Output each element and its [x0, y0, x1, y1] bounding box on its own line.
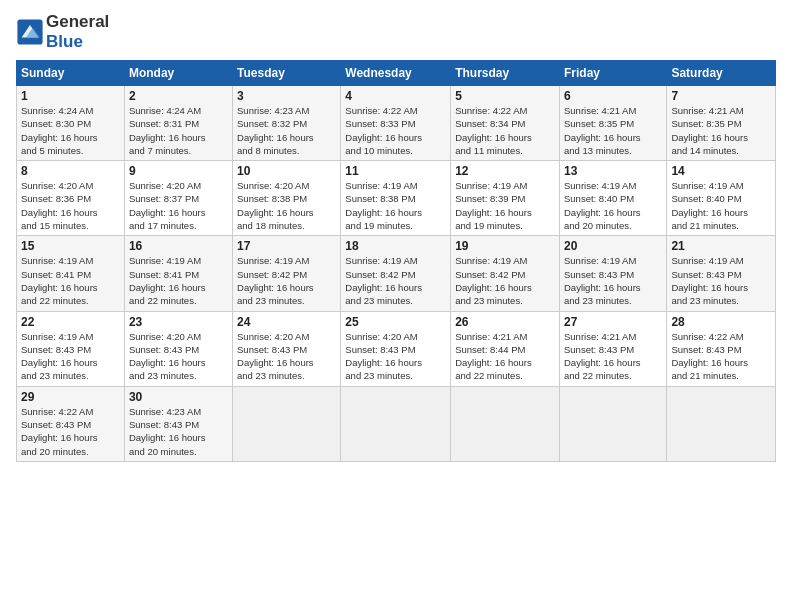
day-number: 3 [237, 89, 336, 103]
day-info: Sunrise: 4:24 AMSunset: 8:30 PMDaylight:… [21, 104, 120, 157]
day-info: Sunrise: 4:19 AMSunset: 8:42 PMDaylight:… [345, 254, 446, 307]
day-info: Sunrise: 4:22 AMSunset: 8:33 PMDaylight:… [345, 104, 446, 157]
calendar-cell: 22Sunrise: 4:19 AMSunset: 8:43 PMDayligh… [17, 311, 125, 386]
logo-general-text: General [46, 12, 109, 32]
day-info: Sunrise: 4:23 AMSunset: 8:32 PMDaylight:… [237, 104, 336, 157]
day-info: Sunrise: 4:22 AMSunset: 8:43 PMDaylight:… [671, 330, 771, 383]
day-info: Sunrise: 4:19 AMSunset: 8:40 PMDaylight:… [564, 179, 662, 232]
header: General Blue [16, 12, 776, 52]
day-info: Sunrise: 4:20 AMSunset: 8:38 PMDaylight:… [237, 179, 336, 232]
day-info: Sunrise: 4:22 AMSunset: 8:43 PMDaylight:… [21, 405, 120, 458]
calendar-day-header: Thursday [451, 61, 560, 86]
day-number: 7 [671, 89, 771, 103]
calendar-cell: 5Sunrise: 4:22 AMSunset: 8:34 PMDaylight… [451, 86, 560, 161]
calendar-cell: 28Sunrise: 4:22 AMSunset: 8:43 PMDayligh… [667, 311, 776, 386]
calendar-cell: 13Sunrise: 4:19 AMSunset: 8:40 PMDayligh… [559, 161, 666, 236]
calendar-cell: 8Sunrise: 4:20 AMSunset: 8:36 PMDaylight… [17, 161, 125, 236]
day-info: Sunrise: 4:20 AMSunset: 8:36 PMDaylight:… [21, 179, 120, 232]
calendar-cell [559, 386, 666, 461]
day-number: 16 [129, 239, 228, 253]
day-number: 15 [21, 239, 120, 253]
calendar-table: SundayMondayTuesdayWednesdayThursdayFrid… [16, 60, 776, 462]
day-number: 23 [129, 315, 228, 329]
calendar-cell: 2Sunrise: 4:24 AMSunset: 8:31 PMDaylight… [124, 86, 232, 161]
calendar-cell: 3Sunrise: 4:23 AMSunset: 8:32 PMDaylight… [233, 86, 341, 161]
day-number: 30 [129, 390, 228, 404]
day-info: Sunrise: 4:19 AMSunset: 8:42 PMDaylight:… [237, 254, 336, 307]
calendar-cell: 18Sunrise: 4:19 AMSunset: 8:42 PMDayligh… [341, 236, 451, 311]
logo: General Blue [16, 12, 109, 52]
day-info: Sunrise: 4:19 AMSunset: 8:41 PMDaylight:… [21, 254, 120, 307]
calendar-cell [233, 386, 341, 461]
day-info: Sunrise: 4:24 AMSunset: 8:31 PMDaylight:… [129, 104, 228, 157]
day-number: 19 [455, 239, 555, 253]
calendar-cell: 17Sunrise: 4:19 AMSunset: 8:42 PMDayligh… [233, 236, 341, 311]
calendar-day-header: Wednesday [341, 61, 451, 86]
day-number: 12 [455, 164, 555, 178]
calendar-cell: 16Sunrise: 4:19 AMSunset: 8:41 PMDayligh… [124, 236, 232, 311]
day-number: 1 [21, 89, 120, 103]
calendar-cell: 6Sunrise: 4:21 AMSunset: 8:35 PMDaylight… [559, 86, 666, 161]
day-info: Sunrise: 4:21 AMSunset: 8:44 PMDaylight:… [455, 330, 555, 383]
calendar-cell: 26Sunrise: 4:21 AMSunset: 8:44 PMDayligh… [451, 311, 560, 386]
day-number: 2 [129, 89, 228, 103]
calendar-cell: 27Sunrise: 4:21 AMSunset: 8:43 PMDayligh… [559, 311, 666, 386]
day-info: Sunrise: 4:19 AMSunset: 8:43 PMDaylight:… [21, 330, 120, 383]
calendar-cell: 21Sunrise: 4:19 AMSunset: 8:43 PMDayligh… [667, 236, 776, 311]
day-info: Sunrise: 4:21 AMSunset: 8:43 PMDaylight:… [564, 330, 662, 383]
day-info: Sunrise: 4:19 AMSunset: 8:42 PMDaylight:… [455, 254, 555, 307]
day-info: Sunrise: 4:19 AMSunset: 8:40 PMDaylight:… [671, 179, 771, 232]
day-info: Sunrise: 4:20 AMSunset: 8:43 PMDaylight:… [129, 330, 228, 383]
calendar-day-header: Sunday [17, 61, 125, 86]
day-info: Sunrise: 4:19 AMSunset: 8:41 PMDaylight:… [129, 254, 228, 307]
calendar-cell [341, 386, 451, 461]
day-info: Sunrise: 4:20 AMSunset: 8:37 PMDaylight:… [129, 179, 228, 232]
day-number: 6 [564, 89, 662, 103]
day-number: 21 [671, 239, 771, 253]
calendar-cell [451, 386, 560, 461]
calendar-cell: 4Sunrise: 4:22 AMSunset: 8:33 PMDaylight… [341, 86, 451, 161]
calendar-cell: 24Sunrise: 4:20 AMSunset: 8:43 PMDayligh… [233, 311, 341, 386]
day-number: 17 [237, 239, 336, 253]
logo-icon [16, 18, 44, 46]
day-info: Sunrise: 4:21 AMSunset: 8:35 PMDaylight:… [564, 104, 662, 157]
day-number: 24 [237, 315, 336, 329]
calendar-cell: 12Sunrise: 4:19 AMSunset: 8:39 PMDayligh… [451, 161, 560, 236]
day-number: 13 [564, 164, 662, 178]
calendar-cell: 1Sunrise: 4:24 AMSunset: 8:30 PMDaylight… [17, 86, 125, 161]
day-number: 26 [455, 315, 555, 329]
calendar-cell: 29Sunrise: 4:22 AMSunset: 8:43 PMDayligh… [17, 386, 125, 461]
day-number: 11 [345, 164, 446, 178]
day-number: 18 [345, 239, 446, 253]
day-number: 22 [21, 315, 120, 329]
day-number: 29 [21, 390, 120, 404]
day-number: 25 [345, 315, 446, 329]
calendar-cell: 30Sunrise: 4:23 AMSunset: 8:43 PMDayligh… [124, 386, 232, 461]
logo-blue-text: Blue [46, 32, 83, 51]
day-info: Sunrise: 4:19 AMSunset: 8:39 PMDaylight:… [455, 179, 555, 232]
day-number: 5 [455, 89, 555, 103]
day-number: 4 [345, 89, 446, 103]
day-info: Sunrise: 4:22 AMSunset: 8:34 PMDaylight:… [455, 104, 555, 157]
day-number: 27 [564, 315, 662, 329]
calendar-day-header: Friday [559, 61, 666, 86]
day-number: 14 [671, 164, 771, 178]
calendar-day-header: Tuesday [233, 61, 341, 86]
calendar-day-header: Saturday [667, 61, 776, 86]
calendar-cell: 7Sunrise: 4:21 AMSunset: 8:35 PMDaylight… [667, 86, 776, 161]
calendar-cell: 9Sunrise: 4:20 AMSunset: 8:37 PMDaylight… [124, 161, 232, 236]
day-number: 28 [671, 315, 771, 329]
calendar-cell: 25Sunrise: 4:20 AMSunset: 8:43 PMDayligh… [341, 311, 451, 386]
day-info: Sunrise: 4:23 AMSunset: 8:43 PMDaylight:… [129, 405, 228, 458]
day-info: Sunrise: 4:21 AMSunset: 8:35 PMDaylight:… [671, 104, 771, 157]
calendar-cell: 14Sunrise: 4:19 AMSunset: 8:40 PMDayligh… [667, 161, 776, 236]
day-info: Sunrise: 4:20 AMSunset: 8:43 PMDaylight:… [345, 330, 446, 383]
calendar-day-header: Monday [124, 61, 232, 86]
day-number: 10 [237, 164, 336, 178]
calendar-cell: 20Sunrise: 4:19 AMSunset: 8:43 PMDayligh… [559, 236, 666, 311]
day-number: 8 [21, 164, 120, 178]
calendar-cell: 10Sunrise: 4:20 AMSunset: 8:38 PMDayligh… [233, 161, 341, 236]
day-info: Sunrise: 4:20 AMSunset: 8:43 PMDaylight:… [237, 330, 336, 383]
calendar-cell: 23Sunrise: 4:20 AMSunset: 8:43 PMDayligh… [124, 311, 232, 386]
calendar-cell [667, 386, 776, 461]
